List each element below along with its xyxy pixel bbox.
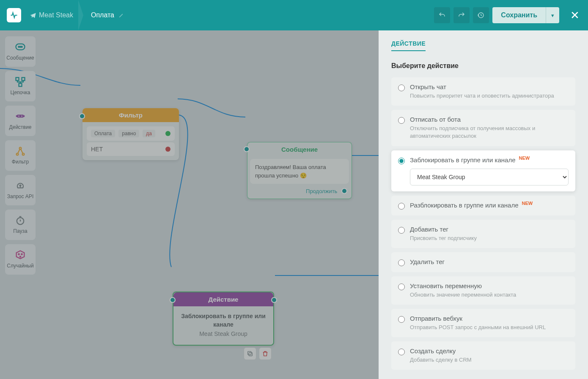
app-logo[interactable] (7, 8, 21, 22)
radio[interactable] (398, 316, 405, 323)
top-actions: Сохранить ▾ ✕ (434, 7, 581, 23)
panel-heading: Выберите действие (391, 62, 575, 70)
breadcrumb-bot[interactable]: Meat Steak (30, 11, 73, 19)
group-select[interactable]: Meat Steak Group (410, 169, 569, 185)
option-title: Разблокировать в группе или канале (410, 202, 519, 209)
breadcrumb-separator (78, 8, 86, 23)
pencil-icon (118, 12, 124, 18)
save-button[interactable]: Сохранить (492, 7, 546, 23)
action-option-remove-tag[interactable]: Удалить тег (391, 252, 575, 272)
telegram-icon (30, 12, 36, 19)
option-desc: Повысить приоритет чата и оповестить адм… (410, 92, 569, 100)
save-dropdown[interactable]: ▾ (546, 7, 559, 23)
new-badge: NEW (519, 155, 530, 161)
option-title: Заблокировать в группе или канале (410, 156, 516, 164)
option-desc: Отправить POST запрос с данными на внешн… (410, 324, 569, 331)
radio[interactable] (398, 227, 405, 234)
option-desc: Обновить значение переменной контакта (410, 291, 569, 299)
option-title: Открыть чат (410, 83, 446, 90)
radio[interactable] (398, 117, 405, 124)
option-desc: Присвоить тег подписчику (410, 234, 569, 242)
option-title: Отправить вебхук (410, 315, 462, 322)
breadcrumb-current-label: Оплата (91, 11, 114, 19)
radio[interactable] (398, 85, 405, 91)
breadcrumb: Meat Steak Оплата (30, 8, 124, 23)
action-option-set-variable[interactable]: Установить переменную Обновить значение … (391, 276, 575, 305)
action-option-open-chat[interactable]: Открыть чат Повысить приоритет чата и оп… (391, 77, 575, 106)
option-title: Отписать от бота (410, 116, 461, 123)
radio[interactable] (398, 349, 405, 355)
action-option-create-deal[interactable]: Создать сделку Добавить сделку в CRM (391, 341, 575, 370)
radio[interactable] (398, 259, 405, 266)
option-title: Добавить тег (410, 226, 448, 233)
action-option-unblock-group[interactable]: Разблокировать в группе или канале NEW (391, 196, 575, 215)
option-desc: Добавить сделку в CRM (410, 356, 569, 364)
close-button[interactable]: ✕ (569, 9, 581, 22)
action-option-webhook[interactable]: Отправить вебхук Отправить POST запрос с… (391, 309, 575, 337)
panel-tab[interactable]: ДЕЙСТВИЕ (391, 40, 426, 51)
redo-button[interactable] (453, 7, 470, 23)
option-title: Установить переменную (410, 282, 482, 289)
option-title: Удалить тег (410, 258, 445, 265)
radio[interactable] (398, 284, 405, 290)
save-group: Сохранить ▾ (492, 7, 559, 23)
breadcrumb-current[interactable]: Оплата (91, 11, 124, 19)
option-title: Создать сделку (410, 347, 456, 354)
action-option-unsubscribe[interactable]: Отписать от бота Отключить подписчика от… (391, 110, 575, 146)
topbar: Meat Steak Оплата Сохранить ▾ ✕ (0, 0, 588, 30)
action-option-block-group[interactable]: Заблокировать в группе или канале NEW Me… (391, 150, 575, 191)
radio[interactable] (398, 158, 405, 164)
radio[interactable] (398, 203, 405, 210)
option-desc: Отключить подписчика от получения массов… (410, 125, 569, 140)
action-panel: ДЕЙСТВИЕ Выберите действие Открыть чат П… (379, 30, 588, 379)
undo-button[interactable] (434, 7, 450, 23)
history-button[interactable] (473, 7, 489, 23)
breadcrumb-bot-label: Meat Steak (39, 11, 73, 19)
action-option-add-tag[interactable]: Добавить тег Присвоить тег подписчику (391, 220, 575, 248)
new-badge: NEW (522, 201, 533, 206)
